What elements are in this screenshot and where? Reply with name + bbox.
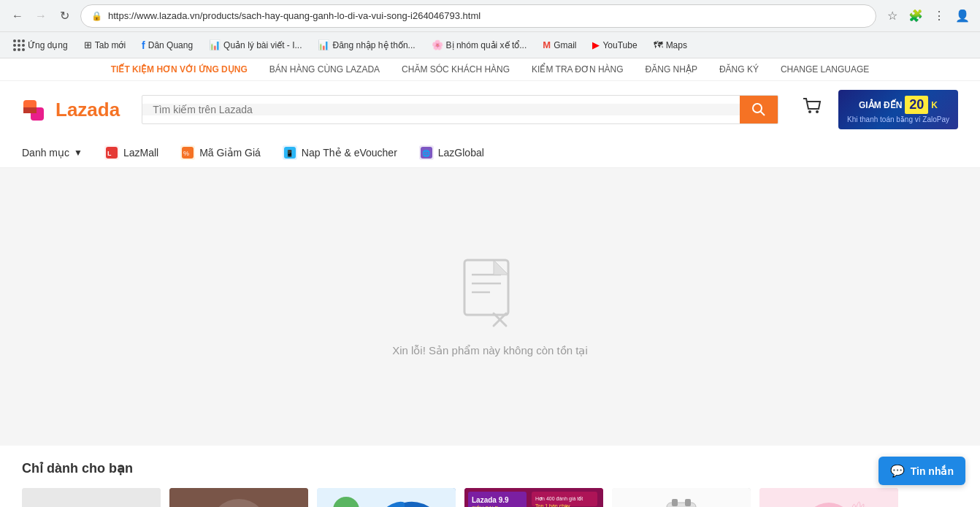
svg-text:Hơn 400 đánh giá tốt: Hơn 400 đánh giá tốt [535, 496, 583, 502]
lazmall-icon: L [104, 145, 119, 160]
chat-icon: 💬 [890, 464, 905, 478]
rec-item-cosmetics[interactable]: Lazada 9.9 SIÊU SALE Hơn 400 đánh giá tố… [464, 488, 603, 507]
apps-icon [13, 39, 25, 51]
lazada-logo[interactable]: Lazada [22, 94, 120, 125]
extensions-button[interactable]: 🧩 [906, 6, 926, 26]
chat-button[interactable]: 💬 Tin nhắn [878, 457, 965, 485]
zalopay-top: GIẢM ĐẾN 20 K [859, 96, 938, 114]
cat-ma-giam-gia[interactable]: % Mã Giảm Giá [180, 145, 261, 160]
menu-button[interactable]: ⋮ [929, 6, 949, 26]
cat-lazmall-label: LazMall [123, 147, 158, 159]
forward-button[interactable]: → [31, 6, 51, 26]
bookmark-tab-moi-label: Tab mới [95, 40, 126, 50]
bookmark-gmail[interactable]: M Gmail [537, 37, 582, 53]
recommendations-section: Chỉ dành cho bạn [0, 446, 980, 507]
cat-lazglobal-label: LazGlobal [438, 147, 484, 159]
cat-ma-giam-gia-label: Mã Giảm Giá [199, 147, 261, 159]
topnav-language[interactable]: CHANGE LANGUAGE [781, 64, 869, 75]
rec-item-charger[interactable] [612, 488, 751, 507]
bookmark-bi-nhom-label: Bị nhóm quải xế tổ... [446, 40, 527, 50]
danh-muc-button[interactable]: Danh mục ▼ [22, 147, 83, 159]
rec-grid: ChuanMua Lazada 9.9 [22, 488, 958, 507]
profile-button[interactable]: 👤 [952, 6, 973, 26]
search-bar [142, 95, 778, 124]
svg-text:%: % [183, 150, 189, 157]
rec-title: Chỉ dành cho bạn [22, 460, 958, 476]
logo-text: Lazada [55, 99, 120, 121]
reload-button[interactable]: ↻ [54, 6, 74, 26]
chevron-down-icon: ▼ [74, 148, 83, 158]
rec-item-raincoat[interactable]: ChuanMua [317, 488, 456, 507]
topnav-dang-nhap[interactable]: ĐĂNG NHẬP [646, 64, 697, 75]
bookmark-quan-ly[interactable]: 📊 Quản lý bài viết - I... [203, 37, 307, 53]
bookmark-bi-nhom[interactable]: 🌸 Bị nhóm quải xế tổ... [426, 37, 533, 53]
topnav-tiet-kiem[interactable]: TIẾT KIỆM HƠN VỚI ỨNG DỤNG [111, 64, 248, 75]
bookmark-dang-nhap[interactable]: 📊 Đăng nhập hệ thốn... [312, 37, 421, 53]
cat-nap-the[interactable]: 📱 Nap Thẻ & eVoucher [283, 145, 397, 160]
lock-icon: 🔒 [91, 11, 102, 21]
bookmark-gmail-label: Gmail [554, 40, 576, 50]
topnav-cham-soc[interactable]: CHĂM SÓC KHÁCH HÀNG [402, 64, 510, 75]
bookmark-dan-quang-label: Dân Quang [148, 40, 193, 50]
back-button[interactable]: ← [7, 6, 28, 26]
bookmark-tab-moi[interactable]: ⊞ Tab mới [78, 37, 131, 53]
svg-text:🌐: 🌐 [422, 149, 431, 158]
maps-icon: 🗺 [654, 39, 663, 50]
tab-icon: ⊞ [84, 39, 92, 50]
bookmark-maps-label: Maps [666, 40, 687, 50]
svg-rect-49 [672, 499, 678, 506]
bookmarks-bar: Ứng dụng ⊞ Tab mới f Dân Quang 📊 Quản lý… [0, 32, 980, 58]
browser-actions: ☆ 🧩 ⋮ 👤 [882, 6, 973, 26]
flower-icon: 🌸 [432, 39, 443, 50]
chart-icon-2: 📊 [318, 39, 329, 50]
facebook-icon: f [142, 39, 145, 51]
search-button[interactable] [740, 96, 778, 123]
zalopay-sub: Khi thanh toán bằng ví ZaloPay [847, 115, 949, 123]
topnav-ban-hang[interactable]: BÁN HÀNG CÙNG LAZADA [269, 64, 380, 75]
not-found-icon [453, 256, 527, 337]
url-bar[interactable]: 🔒 https://www.lazada.vn/products/sach-ha… [80, 4, 876, 28]
bookmark-apps[interactable]: Ứng dụng [7, 37, 74, 53]
topnav-dang-ky[interactable]: ĐĂNG KÝ [719, 64, 759, 75]
nap-the-icon: 📱 [283, 145, 297, 160]
rec-item-food[interactable] [169, 488, 308, 507]
bookmark-youtube[interactable]: ▶ YouTube [586, 37, 643, 53]
main-content: Xin lỗi! Sản phẩm này không còn tồn tại [0, 168, 980, 446]
cat-lazglobal[interactable]: 🌐 LazGlobal [419, 145, 484, 160]
rec-item-accessories[interactable] [759, 488, 898, 507]
svg-point-3 [753, 104, 762, 113]
topnav-kiem-tra[interactable]: KIỂM TRA ĐƠN HÀNG [532, 64, 623, 75]
star-button[interactable]: ☆ [882, 6, 903, 26]
zalopay-k: K [931, 100, 938, 110]
url-text: https://www.lazada.vn/products/sach-hay-… [108, 10, 865, 21]
svg-rect-2 [23, 107, 37, 113]
gmail-icon: M [543, 39, 551, 50]
giam-den-text: GIẢM ĐẾN [859, 100, 902, 110]
category-nav: Danh mục ▼ L LazMall % Mã Giảm Giá 📱 Nap… [0, 138, 980, 168]
svg-rect-21 [22, 488, 161, 507]
logo-icon [22, 94, 53, 125]
nav-buttons: ← → ↻ [7, 6, 74, 26]
rec-item-shoes[interactable] [22, 488, 161, 507]
youtube-icon: ▶ [592, 39, 600, 50]
zalopay-banner[interactable]: GIẢM ĐẾN 20 K Khi thanh toán bằng ví Zal… [838, 90, 958, 129]
top-nav: TIẾT KIỆM HƠN VỚI ỨNG DỤNG BÁN HÀNG CÙNG… [0, 58, 980, 81]
bookmark-apps-label: Ứng dụng [28, 40, 68, 50]
bookmark-maps[interactable]: 🗺 Maps [648, 37, 693, 53]
search-icon [751, 102, 766, 117]
ma-giam-gia-icon: % [180, 145, 195, 160]
cat-lazmall[interactable]: L LazMall [104, 145, 158, 160]
bookmark-dan-quang[interactable]: f Dân Quang [136, 37, 199, 53]
chat-label: Tin nhắn [911, 465, 954, 477]
browser-chrome: ← → ↻ 🔒 https://www.lazada.vn/products/s… [0, 0, 980, 32]
svg-rect-48 [667, 503, 696, 507]
search-input[interactable] [142, 104, 740, 115]
svg-point-5 [808, 110, 811, 113]
lazglobal-icon: 🌐 [419, 145, 434, 160]
chart-icon-1: 📊 [209, 39, 221, 50]
not-found-message: Xin lỗi! Sản phẩm này không còn tồn tại [392, 344, 588, 357]
bookmark-dang-nhap-label: Đăng nhập hệ thốn... [332, 40, 415, 50]
svg-rect-50 [685, 499, 691, 506]
svg-text:L: L [107, 150, 112, 157]
cart-icon[interactable] [800, 96, 824, 124]
